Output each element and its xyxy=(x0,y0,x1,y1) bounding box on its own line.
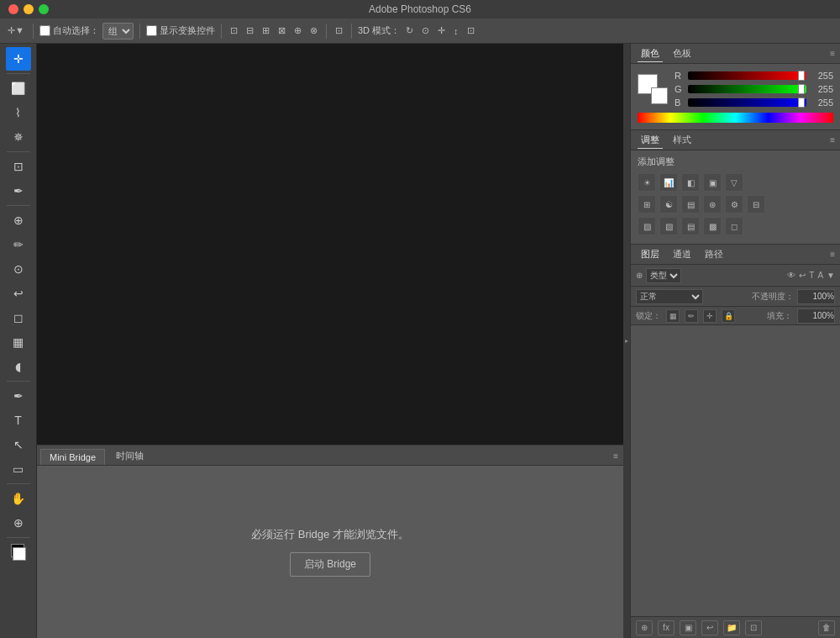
color-tab[interactable]: 颜色 xyxy=(638,45,663,62)
add-mask-btn[interactable]: ▣ xyxy=(680,620,696,635)
gradientmap-adj-icon[interactable]: ▩ xyxy=(703,217,722,235)
align-bottom-btn[interactable]: ⊗ xyxy=(307,24,320,38)
transform-label[interactable]: 显示变换控件 xyxy=(146,24,215,37)
transform-checkbox[interactable] xyxy=(146,25,157,36)
align-middle-btn[interactable]: ⊕ xyxy=(291,24,304,38)
filter-toggle-icon[interactable]: ▼ xyxy=(827,271,835,280)
layer-effects-btn[interactable]: fx xyxy=(658,620,675,635)
maximize-button[interactable] xyxy=(39,4,49,14)
styles-tab[interactable]: 样式 xyxy=(669,132,695,148)
move-tool[interactable]: ✛ xyxy=(6,47,31,71)
bg-swatch[interactable] xyxy=(651,87,668,104)
paths-tab[interactable]: 路径 xyxy=(701,246,727,262)
bw-adj-icon[interactable]: ☯ xyxy=(659,195,678,214)
rect-marquee-tool[interactable]: ⬜ xyxy=(6,76,31,100)
3d-roll-btn[interactable]: ⊙ xyxy=(419,24,432,38)
launch-bridge-button[interactable]: 启动 Bridge xyxy=(290,552,370,577)
crop-tool[interactable]: ⊡ xyxy=(6,155,31,178)
brush-tool[interactable]: ✏ xyxy=(6,233,31,256)
curves-adj-icon[interactable]: ◧ xyxy=(681,173,700,192)
move-tool-btn[interactable]: ✛▼ xyxy=(5,24,27,38)
eraser-tool[interactable]: ◻ xyxy=(6,306,31,330)
eye-icon[interactable]: 👁 xyxy=(787,271,795,280)
threshold-adj-icon[interactable]: ▤ xyxy=(681,217,700,235)
3d-pan-btn[interactable]: ✛ xyxy=(435,24,448,38)
levels-adj-icon[interactable]: 📊 xyxy=(659,173,678,192)
colorlookup-adj-icon[interactable]: ⊟ xyxy=(747,195,765,214)
posterize-adj-icon[interactable]: ▨ xyxy=(659,217,678,235)
minimize-button[interactable] xyxy=(24,4,34,14)
spectrum-bar[interactable] xyxy=(638,113,833,123)
new-group-btn[interactable]: 📁 xyxy=(723,620,740,635)
exposure-adj-icon[interactable]: ▣ xyxy=(703,173,722,192)
hsl-adj-icon[interactable]: ⊞ xyxy=(638,195,656,214)
auto-select-label[interactable]: 自动选择： xyxy=(39,24,99,37)
swatches-tab[interactable]: 色板 xyxy=(669,45,695,61)
panel-collapse-strip[interactable]: ▸ xyxy=(623,44,630,638)
lock-transparent-btn[interactable]: ▦ xyxy=(666,309,680,323)
panel-menu-icon[interactable]: ≡ xyxy=(613,451,618,460)
delete-layer-btn[interactable]: 🗑 xyxy=(818,620,835,635)
mini-bridge-tab[interactable]: Mini Bridge xyxy=(40,449,105,465)
selectivecolor-adj-icon[interactable]: ◻ xyxy=(725,217,743,235)
layers-tab[interactable]: 图层 xyxy=(638,246,663,262)
align-left-btn[interactable]: ⊡ xyxy=(228,24,240,38)
lasso-tool[interactable]: ⌇ xyxy=(6,101,31,124)
mode-icon[interactable]: A xyxy=(817,271,823,280)
distribute-btn[interactable]: ⊡ xyxy=(333,24,345,38)
new-layer-btn[interactable]: ⊡ xyxy=(745,620,762,635)
timeline-tab[interactable]: 时间轴 xyxy=(107,446,153,465)
lock-position-btn[interactable]: ✛ xyxy=(703,309,717,323)
g-slider[interactable] xyxy=(688,85,806,93)
align-top-btn[interactable]: ⊠ xyxy=(276,24,288,38)
clone-stamp-tool[interactable]: ⊙ xyxy=(6,257,31,281)
auto-select-dropdown[interactable]: 组 xyxy=(102,23,134,40)
r-slider[interactable] xyxy=(688,71,806,80)
shape-tool[interactable]: ▭ xyxy=(6,457,31,481)
path-selection-tool[interactable]: ↖ xyxy=(6,433,31,456)
3d-rotate-btn[interactable]: ↻ xyxy=(403,24,416,38)
quick-select-tool[interactable]: ✵ xyxy=(6,125,31,149)
link-icon[interactable]: ↩ xyxy=(799,271,806,280)
invert-adj-icon[interactable]: ▧ xyxy=(638,217,656,235)
new-adjustment-btn[interactable]: ↩ xyxy=(701,620,718,635)
brightness-adj-icon[interactable]: ☀ xyxy=(638,173,656,192)
align-right-btn[interactable]: ⊞ xyxy=(260,24,272,38)
gradient-tool[interactable]: ▦ xyxy=(6,330,31,354)
pen-tool[interactable]: ✒ xyxy=(6,384,31,408)
link-layers-btn[interactable]: ⊕ xyxy=(636,620,653,635)
lock-paint-btn[interactable]: ✏ xyxy=(685,309,698,323)
fg-bg-colors[interactable] xyxy=(6,540,31,564)
fg-bg-box[interactable] xyxy=(638,74,668,104)
adjustments-tab[interactable]: 调整 xyxy=(638,132,663,149)
type-tool[interactable]: T xyxy=(6,409,31,432)
auto-select-checkbox[interactable] xyxy=(39,25,50,36)
lock-all-btn[interactable]: 🔒 xyxy=(722,309,735,323)
close-button[interactable] xyxy=(8,4,18,14)
effect-icon[interactable]: T xyxy=(809,271,814,280)
channels-tab[interactable]: 通道 xyxy=(669,246,695,262)
filter-type-select[interactable]: 类型 xyxy=(646,268,681,283)
zoom-tool[interactable]: ⊕ xyxy=(6,511,31,535)
3d-slide-btn[interactable]: ↕ xyxy=(451,24,461,38)
colorbalance-adj-icon[interactable]: ▤ xyxy=(681,195,700,214)
blend-mode-select[interactable]: 正常 xyxy=(636,289,703,304)
b-slider[interactable] xyxy=(688,98,806,107)
hand-tool[interactable]: ✋ xyxy=(6,487,31,510)
adjustments-panel-menu[interactable]: ≡ xyxy=(830,135,835,145)
eyedropper-tool[interactable]: ✒ xyxy=(6,179,31,203)
background-color[interactable] xyxy=(13,547,26,561)
photofilter-adj-icon[interactable]: ⊛ xyxy=(703,195,722,214)
spot-healing-tool[interactable]: ⊕ xyxy=(6,208,31,232)
color-panel-menu[interactable]: ≡ xyxy=(830,49,835,58)
fill-input[interactable] xyxy=(797,308,835,324)
vibrance-adj-icon[interactable]: ▽ xyxy=(725,173,743,192)
canvas-area[interactable] xyxy=(37,44,623,445)
3d-scale-btn[interactable]: ⊡ xyxy=(465,24,477,38)
opacity-input[interactable] xyxy=(797,289,835,304)
align-center-btn[interactable]: ⊟ xyxy=(244,24,256,38)
dodge-tool[interactable]: ◖ xyxy=(6,355,31,378)
layers-panel-menu[interactable]: ≡ xyxy=(830,250,835,259)
history-brush-tool[interactable]: ↩ xyxy=(6,282,31,305)
channelmixer-adj-icon[interactable]: ⚙ xyxy=(725,195,743,214)
